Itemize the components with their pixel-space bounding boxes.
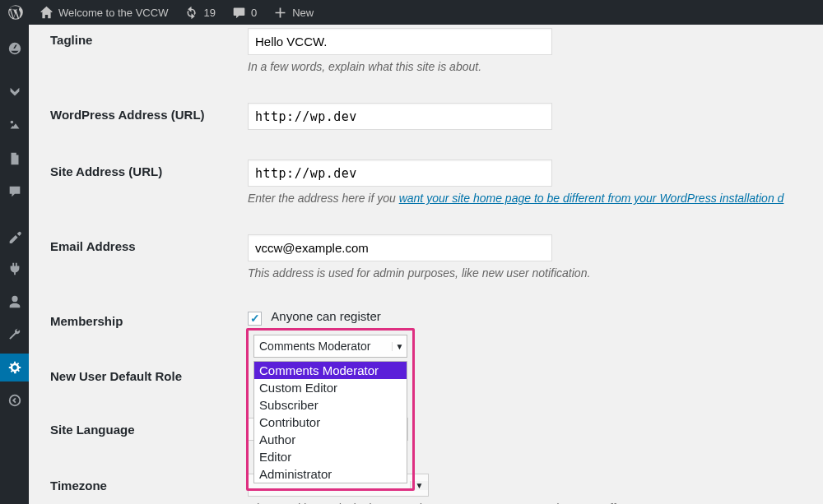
default-role-selected: Comments Moderator — [254, 340, 392, 353]
role-option[interactable]: Editor — [254, 448, 407, 465]
updates-count: 19 — [203, 7, 215, 19]
role-option[interactable]: Contributor — [254, 414, 407, 431]
role-option[interactable]: Comments Moderator — [254, 362, 407, 379]
sidebar-appearance[interactable] — [0, 222, 29, 250]
sidebar-comments[interactable] — [0, 178, 29, 206]
plus-icon — [273, 6, 287, 20]
role-option[interactable]: Administrator — [254, 465, 407, 483]
anyone-can-register-checkbox[interactable] — [248, 312, 262, 326]
email-input[interactable] — [248, 234, 552, 261]
site-url-help-link[interactable]: want your site home page to be different… — [399, 192, 784, 205]
home-icon — [40, 6, 53, 20]
label-default-role: New User Default Role — [50, 364, 248, 383]
row-membership: Membership Anyone can register — [50, 301, 823, 336]
email-desc: This address is used for admin purposes,… — [248, 266, 823, 280]
anyone-can-register-label: Anyone can register — [271, 309, 380, 323]
role-option[interactable]: Subscriber — [254, 396, 407, 414]
comments-link[interactable]: 0 — [224, 0, 265, 25]
site-url-desc: Enter the address here if you want your … — [248, 192, 823, 205]
comment-icon — [232, 6, 246, 20]
sidebar-plugins[interactable] — [0, 255, 29, 283]
wordpress-icon — [8, 5, 23, 20]
label-tagline: Tagline — [50, 28, 248, 73]
row-tagline: Tagline In a few words, explain what thi… — [50, 25, 823, 81]
row-timezone: Timezone ▼ Choose either a city in the s… — [50, 465, 823, 504]
role-option[interactable]: Custom Editor — [254, 379, 407, 396]
update-icon — [184, 6, 198, 20]
default-role-highlight: Comments Moderator ▼ Comments Moderator … — [246, 328, 415, 491]
sidebar-dashboard[interactable] — [0, 35, 29, 62]
new-link[interactable]: New — [265, 0, 322, 25]
settings-general: Tagline In a few words, explain what thi… — [29, 25, 823, 504]
site-link[interactable]: Welcome to the VCCW — [31, 0, 176, 25]
sidebar-media[interactable] — [0, 112, 29, 140]
sidebar-collapse[interactable] — [0, 386, 29, 414]
label-email: Email Address — [50, 234, 248, 280]
sidebar-tools[interactable] — [0, 321, 29, 349]
wp-url-input[interactable] — [248, 103, 552, 130]
comments-count: 0 — [251, 7, 257, 19]
label-site-language: Site Language — [50, 418, 248, 441]
sidebar-settings[interactable] — [0, 354, 29, 381]
label-wp-url: WordPress Address (URL) — [50, 103, 248, 130]
default-role-select[interactable]: Comments Moderator ▼ — [253, 335, 407, 358]
sidebar-users[interactable] — [0, 288, 29, 316]
admin-bar: Welcome to the VCCW 19 0 New — [0, 0, 823, 25]
role-option[interactable]: Author — [254, 431, 407, 448]
wp-logo[interactable] — [0, 0, 31, 25]
site-title: Welcome to the VCCW — [58, 7, 168, 19]
label-membership: Membership — [50, 309, 248, 328]
sidebar-pages[interactable] — [0, 145, 29, 173]
default-role-listbox: Comments Moderator Custom Editor Subscri… — [253, 361, 407, 483]
row-site-language: Site Language ▼ — [50, 409, 823, 449]
chevron-down-icon: ▼ — [392, 342, 407, 351]
admin-sidebar — [0, 25, 29, 504]
label-timezone: Timezone — [50, 474, 248, 504]
site-url-input[interactable] — [248, 160, 552, 187]
row-wp-url: WordPress Address (URL) — [50, 95, 823, 138]
sidebar-posts[interactable] — [0, 79, 29, 107]
label-site-url: Site Address (URL) — [50, 160, 248, 205]
svg-point-0 — [9, 395, 20, 406]
tagline-desc: In a few words, explain what this site i… — [248, 60, 823, 73]
row-email: Email Address This address is used for a… — [50, 226, 823, 288]
row-site-url: Site Address (URL) Enter the address her… — [50, 151, 823, 213]
tagline-input[interactable] — [248, 28, 552, 55]
updates-link[interactable]: 19 — [176, 0, 223, 25]
new-label: New — [292, 7, 314, 19]
row-default-role: New User Default Role — [50, 356, 823, 391]
